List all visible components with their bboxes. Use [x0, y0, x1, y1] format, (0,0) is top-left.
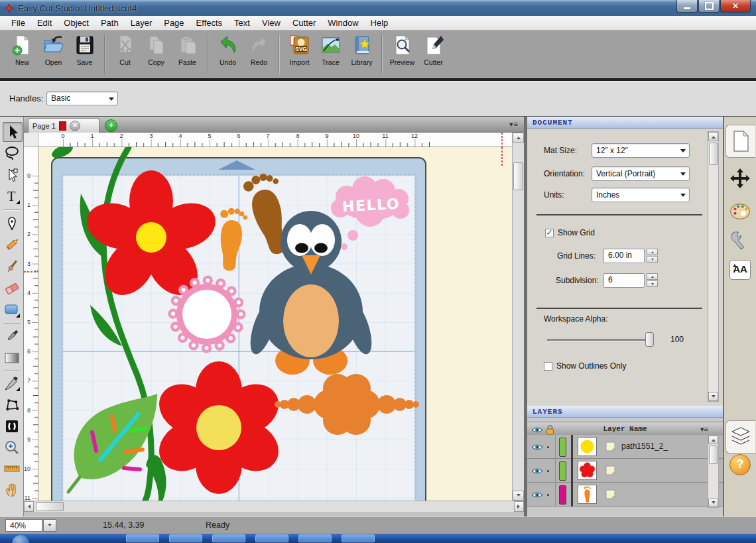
zoom-dropdown-button[interactable] — [43, 519, 56, 532]
menu-window[interactable]: Window — [322, 17, 364, 29]
scroll-thumb[interactable] — [513, 162, 523, 190]
document-tab[interactable] — [725, 125, 755, 158]
brush-tool[interactable] — [3, 257, 21, 276]
close-button[interactable]: ✕ — [720, 0, 751, 13]
show-grid-checkbox[interactable] — [545, 229, 554, 237]
mat-size-select[interactable]: 12" x 12" — [592, 143, 690, 158]
close-page-icon[interactable]: ✕ — [70, 121, 80, 131]
layers-panel-scrollbar[interactable] — [708, 435, 719, 508]
workspace-alpha-slider-thumb[interactable] — [645, 332, 654, 347]
trace-button[interactable]: Trace — [315, 34, 346, 75]
undo-button[interactable]: Undo — [212, 34, 243, 75]
spin-down-button[interactable] — [647, 256, 658, 263]
grid-lines-spinner[interactable] — [647, 249, 658, 263]
scroll-thumb[interactable] — [709, 446, 718, 464]
page-tab[interactable]: Page 1 ✕ — [28, 118, 99, 133]
move-tab[interactable] — [729, 167, 751, 190]
page-color-swatch[interactable] — [59, 121, 66, 131]
menu-layer[interactable]: Layer — [125, 17, 158, 29]
menu-file[interactable]: File — [5, 17, 31, 29]
layers-tab[interactable] — [725, 420, 755, 453]
note-icon[interactable] — [605, 442, 616, 452]
workspace-alpha-slider[interactable] — [547, 339, 653, 341]
ruler-tool[interactable] — [3, 459, 21, 478]
add-page-button[interactable]: + — [105, 119, 117, 132]
eyedropper-tool[interactable] — [3, 327, 21, 345]
canvas-horizontal-scrollbar[interactable] — [24, 501, 524, 512]
subdivision-input[interactable]: 6 — [603, 273, 645, 288]
save-button[interactable]: Save — [69, 34, 100, 75]
menu-edit[interactable]: Edit — [31, 17, 58, 29]
layer-row[interactable]: path1551_2_ — [527, 435, 723, 459]
node-edit-tool[interactable] — [3, 396, 21, 414]
artwork-scalloped-circle[interactable] — [173, 280, 241, 348]
stencil-tool[interactable] — [3, 417, 21, 436]
taskbar-button[interactable] — [212, 534, 245, 542]
select-tool[interactable] — [3, 122, 23, 142]
scroll-right-button[interactable] — [514, 501, 524, 512]
scroll-left-button[interactable] — [24, 501, 34, 512]
note-icon[interactable] — [605, 489, 616, 500]
menu-path[interactable]: Path — [95, 17, 125, 29]
canvas-viewport[interactable]: HELLO — [38, 147, 512, 501]
layer-visibility-eye-icon[interactable] — [531, 442, 543, 451]
scroll-thumb[interactable] — [36, 502, 64, 511]
scroll-up-button[interactable] — [708, 132, 718, 141]
help-tab[interactable]: ? — [729, 453, 751, 476]
layer-thumbnail[interactable] — [578, 461, 597, 480]
tab-menu-icon[interactable]: ▾≡ — [509, 120, 519, 129]
start-orb-icon[interactable] — [12, 535, 29, 543]
cutter-button[interactable]: Cutter — [418, 34, 449, 75]
gradient-tool[interactable] — [3, 349, 21, 367]
note-icon[interactable] — [605, 465, 616, 476]
preview-button[interactable]: Preview — [387, 34, 418, 75]
open-button[interactable]: Open — [38, 34, 69, 75]
menu-object[interactable]: Object — [58, 17, 95, 29]
scroll-up-button[interactable] — [513, 133, 524, 143]
taskbar-button[interactable] — [126, 534, 159, 542]
menu-page[interactable]: Page — [158, 17, 190, 29]
scroll-down-button[interactable] — [708, 499, 718, 507]
layer-thumbnail[interactable] — [578, 485, 597, 504]
import-button[interactable]: SVG Import — [284, 34, 315, 75]
layer-color-bar[interactable] — [559, 485, 566, 505]
layer-color-bar[interactable] — [559, 461, 566, 481]
direct-select-tool[interactable] — [3, 166, 21, 184]
menu-help[interactable]: Help — [365, 17, 395, 29]
handles-select[interactable]: Basic — [46, 91, 118, 105]
menu-effects[interactable]: Effects — [190, 17, 229, 29]
subdivision-spinner[interactable] — [647, 273, 658, 288]
scroll-down-button[interactable] — [708, 392, 718, 401]
layer-thumbnail[interactable] — [578, 437, 597, 456]
font-tab[interactable]: AA — [729, 259, 751, 281]
grid-lines-input[interactable]: 6.00 in — [603, 249, 645, 263]
minimize-button[interactable] — [676, 0, 698, 13]
units-select[interactable]: Inches — [592, 188, 690, 202]
zoom-level-box[interactable]: 40% — [5, 519, 42, 532]
eraser-tool[interactable] — [3, 279, 21, 298]
library-button[interactable]: Library — [346, 34, 377, 75]
layer-visibility-eye-icon[interactable] — [531, 466, 543, 475]
menu-view[interactable]: View — [256, 17, 286, 29]
spin-down-button[interactable] — [647, 280, 658, 287]
scroll-down-button[interactable] — [513, 491, 524, 501]
scroll-thumb[interactable] — [709, 143, 718, 165]
new-button[interactable]: New — [7, 34, 38, 75]
layer-visibility-eye-icon[interactable] — [531, 490, 543, 499]
text-tool[interactable]: T — [3, 188, 21, 206]
document-panel-scrollbar[interactable] — [708, 131, 719, 402]
knife-tool[interactable] — [3, 375, 21, 393]
layer-color-bar[interactable] — [559, 438, 566, 457]
zoom-tool[interactable] — [3, 438, 21, 457]
taskbar-button[interactable] — [255, 534, 288, 542]
orientation-select[interactable]: Vertical (Portrait) — [592, 166, 690, 181]
show-outlines-checkbox[interactable] — [544, 362, 552, 371]
taskbar-button[interactable] — [169, 534, 202, 542]
hand-tool[interactable] — [3, 481, 21, 499]
pen-tool[interactable] — [3, 213, 21, 232]
color-tab[interactable] — [729, 200, 751, 223]
layer-row[interactable] — [527, 483, 723, 507]
layers-menu-icon[interactable]: ▾≡ — [700, 425, 708, 434]
settings-tab[interactable] — [729, 229, 751, 252]
taskbar-button[interactable] — [298, 534, 332, 542]
